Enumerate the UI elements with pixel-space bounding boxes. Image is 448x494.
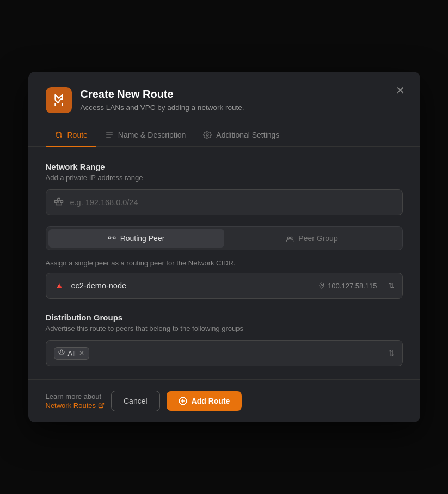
modal-title: Create New Route (81, 87, 403, 101)
footer-learn-text: Learn more about (46, 392, 105, 400)
peer-group-icon (286, 234, 294, 243)
tabs: Route Name & Description Additional Sett… (28, 124, 420, 147)
svg-rect-23 (60, 350, 62, 351)
tab-additional-settings[interactable]: Additional Settings (194, 124, 288, 147)
settings-tab-icon (203, 131, 212, 139)
peer-selector[interactable]: 🔺 ec2-demo-node 100.127.58.115 ⇅ (46, 273, 403, 299)
group-tag-icon (58, 349, 65, 357)
network-routes-link-label: Network Routes (46, 402, 96, 410)
network-range-description: Add a private IP address range (46, 174, 403, 182)
name-desc-tab-icon (105, 131, 114, 139)
chevron-updown-icon: ⇅ (388, 281, 395, 290)
svg-rect-21 (59, 351, 60, 353)
distribution-groups-description: Advertise this route to peers that belon… (46, 324, 403, 332)
peer-ip-value: 100.127.58.115 (328, 282, 377, 290)
external-link-icon (98, 402, 105, 409)
peer-node-icon: 🔺 (54, 281, 65, 291)
network-routes-link[interactable]: Network Routes (46, 402, 105, 410)
groups-chevron-icon: ⇅ (388, 349, 395, 357)
cancel-button-label: Cancel (124, 397, 148, 405)
modal-icon (46, 87, 72, 113)
distribution-groups-section: Distribution Groups Advertise this route… (46, 313, 403, 366)
peer-group-button[interactable]: Peer Group (224, 229, 400, 248)
group-tag-remove[interactable]: ✕ (79, 349, 84, 357)
modal-subtitle: Access LANs and VPC by adding a network … (81, 103, 403, 112)
svg-point-7 (206, 134, 208, 136)
modal-body: Network Range Add a private IP address r… (28, 147, 420, 379)
network-range-title: Network Range (46, 162, 403, 171)
svg-line-27 (101, 403, 104, 406)
cancel-button[interactable]: Cancel (111, 391, 160, 411)
routing-peer-icon (108, 234, 116, 243)
modal-header: Create New Route Access LANs and VPC by … (28, 72, 420, 124)
create-route-modal: Create New Route Access LANs and VPC by … (28, 72, 420, 422)
peer-group-label: Peer Group (298, 234, 337, 243)
network-range-input[interactable]: 172.31.0.0/16 (70, 198, 395, 207)
distribution-groups-title: Distribution Groups (46, 313, 403, 322)
add-route-button-label: Add Route (192, 397, 230, 405)
svg-rect-22 (63, 351, 64, 353)
assign-description: Assign a single peer as a routing peer f… (46, 259, 403, 267)
routing-peer-button[interactable]: Routing Peer (48, 229, 224, 248)
peer-toggle-group: Routing Peer Peer Group (46, 226, 403, 250)
tab-name-description-label: Name & Description (118, 131, 186, 139)
tab-route[interactable]: Route (46, 124, 96, 147)
tab-route-label: Route (67, 131, 88, 139)
add-icon (179, 397, 187, 405)
footer-learn-block: Learn more about Network Routes (46, 392, 105, 410)
add-route-button[interactable]: Add Route (167, 391, 242, 411)
distribution-groups-input[interactable]: All ✕ ⇅ (46, 340, 403, 366)
peer-name: ec2-demo-node (71, 281, 312, 290)
group-tag-label: All (68, 349, 76, 357)
route-tab-icon (54, 131, 63, 139)
svg-point-20 (321, 285, 323, 286)
network-range-section: Network Range Add a private IP address r… (46, 162, 403, 215)
peer-ip: 100.127.58.115 (318, 282, 377, 290)
modal-title-block: Create New Route Access LANs and VPC by … (81, 87, 403, 112)
modal-footer: Learn more about Network Routes Cancel A… (28, 380, 420, 422)
tab-name-description[interactable]: Name & Description (96, 124, 195, 147)
close-button[interactable]: ✕ (394, 83, 407, 98)
close-icon: ✕ (396, 85, 405, 96)
network-icon (54, 197, 64, 207)
routing-peer-label: Routing Peer (120, 234, 165, 243)
group-tag-all: All ✕ (54, 347, 89, 360)
network-range-input-row: 172.31.0.0/16 (46, 189, 403, 215)
tab-additional-settings-label: Additional Settings (216, 131, 279, 139)
location-icon (318, 282, 325, 289)
